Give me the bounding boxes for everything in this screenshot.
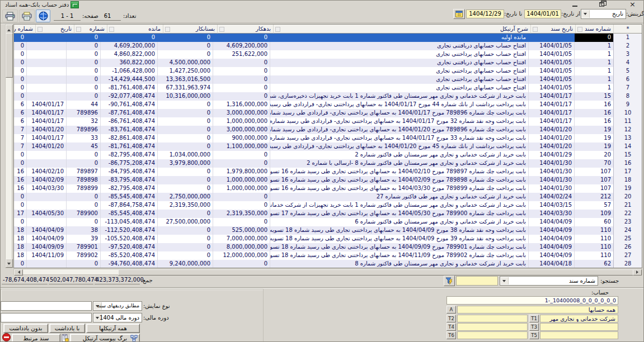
all-articles-button[interactable]: همه آرتیکلها bbox=[86, 324, 140, 333]
table-row[interactable]: 16701404/01/30بابت خرید از شرکت خدماتی و… bbox=[14, 159, 642, 168]
table-row[interactable]: 411404/01/05افتتاح حساب حسابهای دریافتنی… bbox=[14, 59, 642, 67]
restore-button[interactable] bbox=[599, 2, 604, 7]
account-t2-field[interactable] bbox=[457, 315, 528, 322]
table-row[interactable]: 15201404/01/29بابت خرید از شرکت خدماتی و… bbox=[14, 151, 642, 159]
column-header-balance[interactable]: مانده bbox=[107, 25, 163, 34]
chevron-down-icon[interactable] bbox=[501, 277, 509, 284]
cell-number: 32 bbox=[66, 117, 100, 126]
account-level-t3-button[interactable]: T3 bbox=[529, 323, 539, 331]
table-row[interactable]: 21571404/03/15بابت خرید از شرکت خدماتی و… bbox=[14, 201, 642, 210]
run-search-button[interactable] bbox=[444, 276, 455, 286]
column-header-n[interactable]: * bbox=[613, 25, 642, 34]
globe-button[interactable] bbox=[36, 10, 50, 22]
table-row[interactable]: 202121404/02/24بابت خرید از شرکت خدماتی … bbox=[14, 193, 642, 201]
table-row[interactable]: 10161404/01/17بابت پرداخت چك شماره 78989… bbox=[14, 109, 642, 117]
cell-date: 1404/11/09 bbox=[26, 251, 66, 260]
table-row[interactable]: 191071404/01/30بابت پرداخت چك شماره 7898… bbox=[14, 184, 642, 193]
table-row[interactable]: 211404/01/05افتتاح حساب حسابهای دریافتنی… bbox=[14, 42, 642, 50]
search-input[interactable] bbox=[456, 276, 498, 286]
table-row[interactable]: 14191404/01/20بابت پرداخت برداشت از بانك… bbox=[14, 142, 642, 151]
account-t5-field[interactable] bbox=[540, 331, 618, 339]
horizontal-scrollbar[interactable] bbox=[13, 269, 642, 275]
account-a-field[interactable]: همه حسابها bbox=[457, 306, 618, 314]
select-mode-combobox[interactable]: تاریخ bbox=[581, 9, 626, 19]
table-row[interactable]: 171071404/01/30بابت پرداخت چك شماره 7898… bbox=[14, 168, 642, 176]
account-code-field[interactable]: 1-_10400008_0_0_0_0_0_0 bbox=[446, 296, 618, 305]
scroll-right-button[interactable] bbox=[633, 269, 642, 276]
column-header-number[interactable]: شماره bbox=[74, 25, 107, 34]
cell-number: 44 bbox=[66, 101, 100, 110]
fiscal-period-extra-field[interactable] bbox=[1, 313, 92, 322]
table-row[interactable]: 511404/01/05افتتاح حساب حسابهای پرداختنی… bbox=[14, 67, 642, 75]
column-header-doc_no[interactable]: شماره سند bbox=[575, 25, 613, 34]
account-level-t4-button[interactable]: T4 bbox=[446, 323, 456, 331]
scroll-down-button[interactable] bbox=[6, 259, 13, 268]
stop-button[interactable] bbox=[2, 333, 11, 342]
table-row[interactable]: 271101404/04/09بابت پرداخت چك شماره 7899… bbox=[14, 251, 642, 260]
account-level-t1-button[interactable]: T1 bbox=[529, 315, 539, 322]
print-preview-button[interactable] bbox=[19, 10, 35, 22]
account-level-t5-button[interactable]: T5 bbox=[529, 331, 539, 339]
account-level-a-button[interactable]: A bbox=[446, 306, 456, 314]
cell-doc_date: 1404/01/05 bbox=[528, 75, 574, 84]
table-row[interactable]: 8151404/01/17بابت خرید از شرکت خدماتی و … bbox=[14, 92, 642, 101]
apply-date-filter-button[interactable] bbox=[453, 9, 465, 19]
cell-doc_no: 15 bbox=[574, 92, 613, 101]
vertical-scroll-thumb[interactable] bbox=[6, 33, 13, 78]
account-t3-field[interactable] bbox=[540, 323, 618, 331]
scroll-up-button[interactable] bbox=[6, 25, 13, 34]
table-row[interactable]: 12191404/01/20بابت پرداخت چك شماره 78989… bbox=[14, 126, 642, 134]
vertical-scrollbar[interactable] bbox=[5, 24, 12, 268]
account-t6-field[interactable] bbox=[457, 331, 528, 339]
account-level-t2-button[interactable]: T2 bbox=[446, 315, 456, 322]
table-row[interactable]: 23601404/04/09بابت خرید از شرکت خدماتی و… bbox=[14, 218, 642, 226]
scroll-left-button[interactable] bbox=[14, 269, 23, 276]
clipboard-icon[interactable] bbox=[61, 334, 69, 342]
with-note-button[interactable]: با یادداشت bbox=[49, 324, 85, 333]
attachment-sheet-button[interactable]: برگ پیوست آرتیکل bbox=[70, 334, 140, 342]
search-field-combobox[interactable]: شماره سند bbox=[500, 276, 598, 286]
table-row[interactable]: 13191404/01/20بابت پرداخت وجه نقد شماره … bbox=[14, 134, 642, 142]
column-header-date[interactable]: تاریخ bbox=[35, 25, 74, 34]
table-row[interactable]: 11161404/01/17بابت پرداخت وجه نقد شماره … bbox=[14, 117, 642, 126]
cell-number: 0 bbox=[66, 260, 100, 268]
cell-desc: بابت پرداخت چك شماره 789899 مورخ 1404/03… bbox=[270, 184, 528, 193]
table-row[interactable]: 28621404/04/18بابت خرید از شرکت خدماتی و… bbox=[14, 260, 642, 268]
print-button[interactable] bbox=[2, 10, 18, 22]
to-date-field[interactable]: 1404/12/29 bbox=[466, 10, 504, 18]
table-row[interactable]: 9161404/01/17بابت پرداخت برداشت از بانك … bbox=[14, 101, 642, 109]
table-row-selected[interactable]: 10مانده اولیه000000 bbox=[14, 34, 642, 42]
table-row[interactable]: 711404/01/05افتتاح حساب حسابهای پرداختنی… bbox=[14, 84, 642, 92]
column-header-doc_date[interactable]: تاریخ سند bbox=[530, 25, 575, 34]
cell-doc_date: 1404/04/09 bbox=[528, 235, 574, 244]
column-header-credit[interactable]: بستانکار bbox=[163, 25, 217, 34]
cell-doc_no: 110 bbox=[574, 235, 613, 244]
cell-credit: 27,500,000,000 bbox=[157, 218, 213, 227]
table-row[interactable]: 251101404/04/09بابت پرداخت وجه نقد شماره… bbox=[14, 235, 642, 243]
view-type-combobox[interactable]: مطابق ردیفهای سند bbox=[93, 301, 142, 311]
from-date-field[interactable]: 1404/01/01 bbox=[524, 10, 561, 18]
account-t4-field[interactable] bbox=[457, 323, 528, 331]
without-note-button[interactable]: بدون یادداشت bbox=[3, 324, 48, 333]
table-row[interactable]: 181071404/01/30بابت پرداخت چك شماره 7898… bbox=[14, 176, 642, 184]
table-row[interactable]: 611404/01/05افتتاح حساب حسابهای پرداختنی… bbox=[14, 75, 642, 84]
cell-n: 16 bbox=[613, 159, 642, 168]
chevron-down-icon[interactable] bbox=[582, 10, 590, 18]
table-row[interactable]: 311404/01/05افتتاح حساب حسابهای پرداختنی… bbox=[14, 50, 642, 59]
table-row[interactable]: 241101404/04/09بابت پرداخت وجه نقد شماره… bbox=[14, 226, 642, 235]
related-doc-button[interactable]: سند مرتبط bbox=[12, 334, 60, 342]
account-level-t6-button[interactable]: T6 bbox=[446, 331, 456, 339]
close-button[interactable]: × bbox=[629, 0, 636, 8]
minimize-button[interactable] bbox=[572, 6, 577, 7]
account-t1-field[interactable]: شرکت خدماتی و تجاری مهر bbox=[540, 315, 618, 322]
cell-receipt: 17 bbox=[13, 210, 26, 218]
column-header-desc[interactable]: شرح آرتیکل bbox=[273, 25, 530, 34]
cell-n: 23 bbox=[613, 218, 642, 227]
view-type-extra-field[interactable] bbox=[1, 301, 92, 311]
column-header-receipt[interactable]: شماره رسید bbox=[13, 25, 35, 34]
fiscal-period-combobox[interactable]: دوره مالی 1404 bbox=[93, 313, 142, 322]
column-header-debit[interactable]: بدهکار bbox=[217, 25, 273, 34]
table-row[interactable]: 261101404/04/09بابت پرداخت چك شماره 7899… bbox=[14, 243, 642, 251]
horizontal-scroll-thumb[interactable] bbox=[118, 269, 636, 276]
table-row[interactable]: 221091404/03/30بابت پرداخت چك شماره 7899… bbox=[14, 210, 642, 218]
